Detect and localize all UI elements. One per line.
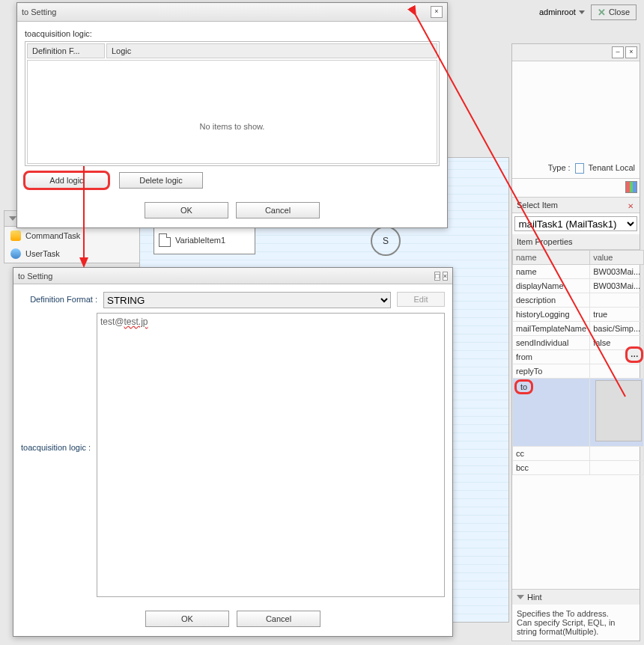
palette-icon[interactable] [625, 181, 637, 193]
activity-usertask[interactable]: UserTask [4, 245, 139, 263]
dropdown-icon [579, 10, 585, 14]
to-label: to [516, 381, 532, 393]
hint-header[interactable]: Hint [512, 590, 640, 605]
col-name: name [513, 251, 590, 265]
to-setting-dialog-2: to Setting □ × Definition Format : STRIN… [13, 267, 453, 637]
col-value: value [590, 251, 644, 265]
variable-item-node[interactable]: VariableItem1 [154, 226, 255, 254]
select-item-label: Select Item [517, 201, 558, 210]
activity-item-label: UserTask [25, 249, 60, 258]
logic-textarea[interactable]: test@test.jp [97, 313, 445, 597]
user-icon [10, 248, 21, 259]
table-row[interactable]: historyLoggingtrue [513, 308, 644, 322]
close-label: Close [609, 7, 630, 16]
chevron-down-icon [517, 595, 524, 599]
logic-table: Definition F...Logic No items to show. [25, 41, 440, 166]
definition-format-select[interactable]: STRING [103, 292, 391, 308]
dialog-title: to Setting [22, 7, 56, 16]
table-row[interactable]: replyTo… [513, 364, 644, 379]
close-button[interactable]: ✕ Close [591, 4, 637, 20]
empty-message: No items to show. [27, 60, 437, 164]
start-node[interactable]: S [371, 226, 401, 256]
dialog-close-button[interactable]: × [431, 6, 443, 18]
col-logic: Logic [106, 43, 437, 58]
col-definition: Definition F... [27, 43, 105, 58]
close-panel-button[interactable]: × [625, 46, 637, 58]
to-value-box [595, 380, 642, 441]
type-value: Tenant Local [589, 163, 635, 172]
user-name: adminroot [539, 7, 576, 16]
minimize-button[interactable]: – [612, 46, 624, 58]
table-row[interactable]: description [513, 293, 644, 308]
table-row[interactable]: displayNameBW003Mai... [513, 279, 644, 293]
table-row[interactable]: from [513, 350, 644, 364]
type-row: Type : Tenant Local [512, 159, 640, 179]
to-setting-dialog-1: to Setting × toacquisition logic: Defini… [16, 2, 448, 228]
select-item-header: Select Item [512, 198, 640, 213]
delete-logic-button[interactable]: Delete logic [119, 172, 203, 189]
cancel-button[interactable]: Cancel [237, 611, 321, 627]
file-icon [575, 163, 584, 174]
ellipsis-button[interactable]: … [627, 348, 642, 361]
logic-label: toacquisition logic: [25, 29, 440, 38]
cancel-button[interactable]: Cancel [236, 202, 320, 218]
definition-format-label: Definition Format : [21, 292, 97, 304]
table-row[interactable]: nameBW003Mai... [513, 265, 644, 279]
start-label: S [383, 236, 389, 246]
dialog-maximize-button[interactable]: □ [434, 272, 440, 281]
gear-icon [10, 230, 21, 241]
chevron-down-icon [9, 216, 16, 221]
add-logic-button[interactable]: Add logic [25, 172, 109, 189]
dialog-title: to Setting [18, 272, 52, 281]
ok-button[interactable]: OK [145, 611, 229, 627]
properties-table: namevalue nameBW003Mai... displayNameBW0… [512, 250, 644, 475]
document-icon [159, 233, 171, 247]
edit-button: Edit [397, 292, 445, 307]
dialog-close-button[interactable]: × [443, 272, 448, 281]
table-row-to[interactable]: to [513, 379, 644, 447]
activity-commandtask[interactable]: CommandTask [4, 227, 139, 245]
table-row[interactable]: sendIndividualfalse [513, 336, 644, 350]
ok-button[interactable]: OK [145, 202, 228, 218]
select-item-dropdown[interactable]: mailTask1 (MailTask1) [514, 216, 637, 231]
hint-title: Hint [527, 593, 542, 602]
variable-item-label: VariableItem1 [175, 236, 225, 245]
item-properties-header: Item Properties [512, 234, 640, 250]
logic-label: toacquisition logic : [21, 308, 91, 452]
table-row[interactable]: cc [513, 447, 644, 461]
inspector-panel: – × Type : Tenant Local Select Item mail… [511, 43, 640, 641]
hint-body: Specifies the To address. Can specify Sc… [512, 605, 640, 641]
table-row[interactable]: bcc [513, 461, 644, 475]
activity-item-label: CommandTask [25, 231, 80, 240]
close-icon: ✕ [598, 7, 606, 17]
user-menu[interactable]: adminroot [539, 7, 585, 16]
delete-icon[interactable] [628, 201, 635, 209]
table-row[interactable]: mailTemplateNamebasic/Simp... [513, 322, 644, 336]
type-label: Type : [548, 163, 571, 172]
item-properties-label: Item Properties [517, 237, 573, 246]
text-value: test@test.jp [100, 317, 148, 327]
